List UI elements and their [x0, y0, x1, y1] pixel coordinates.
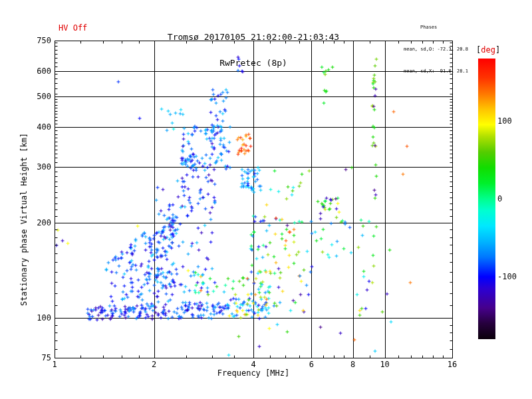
hv-status-label: HV Off [59, 23, 87, 33]
plot-subtitle: RwPretec (8p) [55, 59, 452, 67]
plot-title-block: Tromsø 20170105 21:02:00-21:03:43 RwPret… [55, 15, 452, 84]
x-tick-label: 16 [438, 360, 467, 368]
plot-title: Tromsø 20170105 21:02:00-21:03:43 [55, 33, 452, 41]
y-tick-label: 600 [11, 67, 51, 75]
y-tick-label: 400 [11, 123, 51, 131]
colorbar-unit-label: [deg] [476, 45, 500, 55]
x-tick-label: 10 [370, 360, 400, 368]
y-tick-label: 200 [11, 219, 51, 227]
colorbar-bracket-close: ] [495, 45, 500, 55]
phase-stats-x-mode: mean, sd,X: 91.0, 28.1 [404, 68, 468, 75]
y-tick-label: 100 [11, 314, 51, 322]
colorbar-tick-label: 100 [497, 117, 512, 125]
y-tick-label: 750 [11, 37, 51, 45]
x-tick-label: 8 [338, 360, 368, 368]
ionogram-figure: Tromsø 20170105 21:02:00-21:03:43 RwPret… [0, 0, 532, 399]
phase-stats-title: Phases [420, 24, 468, 31]
phase-stats-block: Phases mean, sd,O: -72.3, 20.8 mean, sd,… [404, 9, 468, 90]
y-tick-label: 300 [11, 163, 51, 171]
y-tick-label: 75 [11, 354, 51, 362]
colorbar-unit-text: deg [481, 45, 495, 55]
colorbar-tick-label: 0 [497, 195, 502, 203]
x-tick-label: 4 [239, 360, 268, 368]
y-tick-label: 500 [11, 92, 51, 100]
x-axis-title: Frequency [MHz] [55, 368, 452, 378]
phase-colorbar [478, 59, 495, 339]
x-tick-label: 2 [140, 360, 169, 368]
phase-stats-o-mode: mean, sd,O: -72.3, 20.8 [404, 46, 468, 53]
colorbar-tick-label: -100 [497, 273, 517, 281]
x-tick-label: 6 [297, 360, 326, 368]
